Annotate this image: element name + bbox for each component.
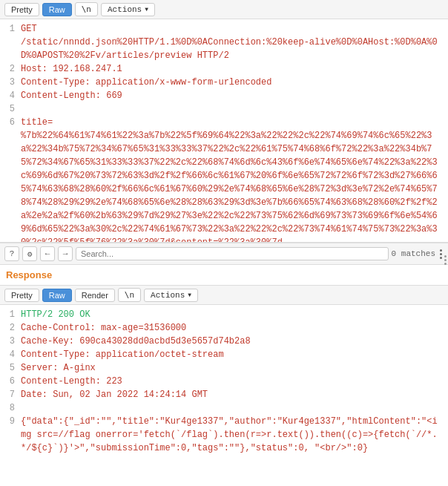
request-toolbar: Pretty Raw \n Actions ▼ [0, 0, 448, 19]
request-actions-dropdown[interactable]: Actions ▼ [101, 3, 155, 16]
line-number: 5 [6, 361, 15, 375]
line-number: 4 [6, 348, 15, 361]
line-number: 6 [6, 116, 15, 242]
table-row: 6 Content-Length: 223 [6, 375, 442, 388]
back-icon: ← [45, 249, 50, 258]
dot [440, 249, 442, 252]
line-number: 4 [6, 89, 15, 102]
request-n-button[interactable]: \n [75, 2, 98, 16]
line-number: 3 [6, 335, 15, 348]
question-icon-button[interactable]: ? [4, 246, 19, 261]
table-row: 5 [6, 102, 442, 116]
forward-icon-button[interactable]: → [58, 246, 73, 261]
line-number: 1 [6, 22, 15, 62]
forward-icon: → [63, 249, 68, 258]
response-section: Response Pretty Raw Render \n Actions ▼ … [0, 265, 448, 458]
response-header: Response [0, 265, 448, 285]
line-content: Cache-Key: 690ca43028dd0acbd5d3e5657d74b… [21, 335, 251, 348]
table-row: 4 Content-Type: application/octet-stream [6, 348, 442, 361]
response-n-button[interactable]: \n [118, 288, 141, 302]
search-bar: ? ⚙ ← → 0 matches [0, 243, 448, 265]
response-actions-arrow-icon: ▼ [188, 292, 191, 298]
table-row: 3 Cache-Key: 690ca43028dd0acbd5d3e5657d7… [6, 335, 442, 348]
line-number: 6 [6, 375, 15, 388]
dot [440, 257, 442, 259]
vertical-dot [444, 259, 447, 261]
line-content: {"data":{"_id":"","title":"Kur4ge1337","… [21, 415, 442, 455]
request-actions-arrow-icon: ▼ [145, 6, 148, 13]
gear-icon-button[interactable]: ⚙ [22, 246, 37, 261]
dot [440, 253, 442, 255]
back-icon-button[interactable]: ← [40, 246, 55, 261]
line-number: 5 [6, 102, 15, 116]
line-content: Server: A-ginx [21, 361, 96, 375]
line-content: Content-Type: application/x-www-form-url… [21, 76, 271, 89]
request-section: Pretty Raw \n Actions ▼ 1 GET/static/nnn… [0, 0, 448, 243]
request-code-area[interactable]: 1 GET/static/nnndd.json%20HTTP/1.1%0D%0A… [0, 19, 448, 242]
line-number: 2 [6, 321, 15, 335]
request-raw-button[interactable]: Raw [42, 3, 72, 16]
response-actions-label: Actions [151, 291, 185, 300]
response-pretty-button[interactable]: Pretty [4, 289, 39, 302]
table-row: 4 Content-Length: 669 [6, 89, 442, 102]
table-row: 3 Content-Type: application/x-www-form-u… [6, 76, 442, 89]
table-row: 1 HTTP/2 200 OK [6, 308, 442, 321]
app-container: Pretty Raw \n Actions ▼ 1 GET/static/nnn… [0, 0, 448, 486]
table-row: 8 [6, 401, 442, 415]
vertical-dot [444, 263, 447, 265]
response-toolbar: Pretty Raw Render \n Actions ▼ [0, 285, 448, 305]
line-number: 8 [6, 401, 15, 415]
line-content: Date: Sun, 02 Jan 2022 14:24:14 GMT [21, 388, 208, 401]
table-row: 1 GET/static/nnndd.json%20HTTP/1.1%0D%0A… [6, 22, 442, 62]
line-number: 3 [6, 76, 15, 89]
line-content: Host: 192.168.247.1 [21, 62, 122, 76]
line-content: GET/static/nnndd.json%20HTTP/1.1%0D%0ACo… [21, 22, 442, 62]
line-content: Content-Type: application/octet-stream [21, 348, 224, 361]
line-number: 9 [6, 415, 15, 455]
question-icon: ? [10, 249, 15, 258]
line-content: HTTP/2 200 OK [21, 308, 90, 321]
search-input[interactable] [76, 247, 389, 260]
line-content: Cache-Control: max-age=31536000 [21, 321, 186, 335]
table-row: 7 Date: Sun, 02 Jan 2022 14:24:14 GMT [6, 388, 442, 401]
table-row: 9 {"data":{"_id":"","title":"Kur4ge1337"… [6, 415, 442, 455]
line-content: Content-Length: 669 [21, 89, 122, 102]
response-raw-button[interactable]: Raw [42, 289, 72, 302]
vertical-dots-menu[interactable] [443, 252, 448, 268]
response-actions-dropdown[interactable]: Actions ▼ [144, 289, 198, 302]
line-content: title=%7b%22%64%61%74%61%22%3a%7b%22%5f%… [21, 116, 442, 242]
vertical-dot [444, 255, 447, 257]
table-row: 2 Cache-Control: max-age=31536000 [6, 321, 442, 335]
table-row: 2 Host: 192.168.247.1 [6, 62, 442, 76]
line-number: 1 [6, 308, 15, 321]
line-number: 2 [6, 62, 15, 76]
table-row: 5 Server: A-ginx [6, 361, 442, 375]
table-row: 6 title=%7b%22%64%61%74%61%22%3a%7b%22%5… [6, 116, 442, 242]
line-number: 7 [6, 388, 15, 401]
request-pretty-button[interactable]: Pretty [4, 3, 39, 16]
line-content: Content-Length: 223 [21, 375, 122, 388]
gear-icon: ⚙ [27, 249, 33, 259]
match-count: 0 matches [392, 249, 435, 258]
response-render-button[interactable]: Render [75, 289, 115, 302]
response-code-area[interactable]: 1 HTTP/2 200 OK 2 Cache-Control: max-age… [0, 305, 448, 458]
request-actions-label: Actions [108, 5, 142, 14]
